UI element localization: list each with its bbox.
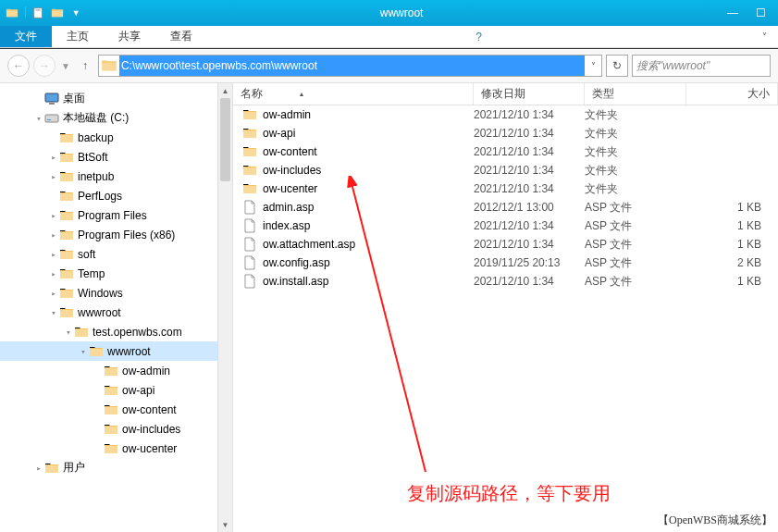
file-row[interactable]: admin.asp2012/12/1 13:00ASP 文件1 KB <box>233 198 778 217</box>
tree-item[interactable]: ▸Program Files <box>0 205 232 225</box>
ribbon-tab-share[interactable]: 共享 <box>104 26 155 47</box>
qat-properties-icon[interactable] <box>31 5 47 21</box>
file-row[interactable]: ow.config.asp2019/11/25 20:13ASP 文件2 KB <box>233 254 778 272</box>
tree-expand-icon[interactable]: ▸ <box>48 153 59 162</box>
file-date: 2021/12/10 1:34 <box>474 164 585 177</box>
col-header-name[interactable]: 名称▴ <box>233 83 474 105</box>
tree-label: Temp <box>78 267 105 280</box>
tree-expand-icon[interactable]: ▸ <box>48 172 59 181</box>
tree-item[interactable]: PerfLogs <box>0 186 232 205</box>
qat-newfolder-icon[interactable] <box>49 5 66 21</box>
tree-item[interactable]: ow-content <box>0 400 232 419</box>
nav-up-button[interactable]: ↑ <box>76 56 94 75</box>
tree-expand-icon[interactable]: ▸ <box>33 464 44 473</box>
ribbon-help-icon[interactable]: ? <box>465 26 493 47</box>
tree-item[interactable]: ▸用户 <box>0 458 232 477</box>
tree-label: wwwroot <box>78 306 121 319</box>
address-dropdown-icon[interactable]: ˅ <box>585 61 601 71</box>
file-size: 1 KB <box>686 201 778 214</box>
tree-item[interactable]: ow-api <box>0 380 232 400</box>
file-row[interactable]: ow.attachment.asp2021/12/10 1:34ASP 文件1 … <box>233 235 778 254</box>
file-row[interactable]: ow-admin2021/12/10 1:34文件夹 <box>233 105 778 124</box>
tree-item[interactable]: ▾本地磁盘 (C:) <box>0 108 232 128</box>
file-row[interactable]: index.asp2021/12/10 1:34ASP 文件1 KB <box>233 217 778 235</box>
tree-label: Windows <box>78 287 123 300</box>
col-header-size[interactable]: 大小 <box>686 83 778 105</box>
tree-expand-icon[interactable]: ▸ <box>48 250 59 259</box>
tree-item[interactable]: ▸inetpub <box>0 167 232 186</box>
tree-item[interactable]: backup <box>0 128 232 147</box>
tree-expand-icon[interactable]: ▾ <box>33 114 44 123</box>
minimize-button[interactable]: — <box>719 4 747 22</box>
file-name: ow.config.asp <box>263 256 330 269</box>
window-title: wwwroot <box>84 6 719 19</box>
svg-rect-5 <box>36 10 41 11</box>
nav-back-button[interactable]: ← <box>7 55 30 77</box>
folder-icon <box>59 286 74 301</box>
tree-expand-icon[interactable]: ▸ <box>48 211 59 220</box>
folder-icon <box>89 344 104 359</box>
tree-expand-icon[interactable]: ▾ <box>63 328 74 337</box>
folder-icon <box>104 422 118 437</box>
file-row[interactable]: ow-api2021/12/10 1:34文件夹 <box>233 124 778 142</box>
file-date: 2021/12/10 1:34 <box>474 275 585 288</box>
file-name: ow-admin <box>263 108 311 121</box>
file-name: ow-content <box>263 145 317 158</box>
file-row[interactable]: ow-includes2021/12/10 1:34文件夹 <box>233 161 778 179</box>
tree-expand-icon[interactable]: ▸ <box>48 269 59 278</box>
file-row[interactable]: ow-content2021/12/10 1:34文件夹 <box>233 142 778 161</box>
tree-label: ow-ucenter <box>122 442 177 455</box>
ribbon-expand-icon[interactable]: ˅ <box>750 26 778 47</box>
tree-expand-icon[interactable]: ▸ <box>48 289 59 298</box>
file-date: 2021/12/10 1:34 <box>474 145 585 158</box>
ribbon-tab-home[interactable]: 主页 <box>52 26 104 47</box>
tree-item[interactable]: ow-includes <box>0 419 232 439</box>
tree-item[interactable]: ▸Program Files (x86) <box>0 225 232 244</box>
tree-expand-icon[interactable]: ▾ <box>48 308 59 317</box>
address-input-container[interactable]: ˅ <box>98 55 602 77</box>
tree-expand-icon[interactable]: ▾ <box>78 347 89 356</box>
nav-history-dropdown[interactable]: ▼ <box>61 61 70 71</box>
tree-item[interactable]: 桌面 <box>0 89 232 108</box>
folder-icon <box>44 461 59 476</box>
folder-icon <box>59 208 74 223</box>
maximize-button[interactable]: ☐ <box>747 4 774 22</box>
file-row[interactable]: ow.install.asp2021/12/10 1:34ASP 文件1 KB <box>233 272 778 291</box>
scroll-up-icon[interactable]: ▲ <box>218 83 232 98</box>
sort-asc-icon: ▴ <box>300 90 303 98</box>
tree-item[interactable]: ▾wwwroot <box>0 303 232 322</box>
file-date: 2021/12/10 1:34 <box>474 127 585 140</box>
folder-icon <box>59 266 74 281</box>
tree-item[interactable]: ▾wwwroot <box>0 341 232 361</box>
ribbon-tab-view[interactable]: 查看 <box>155 26 207 47</box>
tree-item[interactable]: ow-ucenter <box>0 439 232 458</box>
tree-item[interactable]: ▾test.openwbs.com <box>0 322 232 341</box>
nav-forward-button[interactable]: → <box>33 55 56 77</box>
col-header-type[interactable]: 类型 <box>585 83 686 105</box>
refresh-button[interactable]: ↻ <box>606 55 628 77</box>
file-icon <box>242 237 257 252</box>
tree-expand-icon[interactable]: ▸ <box>48 230 59 240</box>
folder-icon <box>59 305 74 320</box>
address-input[interactable] <box>119 56 585 76</box>
tree-label: Program Files (x86) <box>78 229 175 241</box>
file-list: 名称▴ 修改日期 类型 大小 ow-admin2021/12/10 1:34文件… <box>233 83 778 532</box>
folder-icon <box>74 325 89 340</box>
ribbon-file-tab[interactable]: 文件 <box>0 26 52 47</box>
file-size: 1 KB <box>686 238 778 251</box>
scroll-thumb[interactable] <box>220 98 230 181</box>
col-header-date[interactable]: 修改日期 <box>474 83 585 105</box>
file-row[interactable]: ow-ucenter2021/12/10 1:34文件夹 <box>233 179 778 198</box>
tree-label: 桌面 <box>63 91 85 106</box>
qat-dropdown-icon[interactable]: ▼ <box>68 5 84 21</box>
folder-icon <box>242 181 257 196</box>
folder-icon <box>59 169 74 184</box>
tree-scrollbar[interactable]: ▲ ▼ <box>217 83 232 532</box>
search-input[interactable]: 搜索"wwwroot" <box>632 55 771 77</box>
tree-item[interactable]: ▸BtSoft <box>0 147 232 167</box>
tree-item[interactable]: ▸soft <box>0 244 232 264</box>
tree-item[interactable]: ow-admin <box>0 361 232 380</box>
tree-item[interactable]: ▸Windows <box>0 283 232 303</box>
tree-item[interactable]: ▸Temp <box>0 264 232 283</box>
scroll-down-icon[interactable]: ▼ <box>218 517 232 532</box>
